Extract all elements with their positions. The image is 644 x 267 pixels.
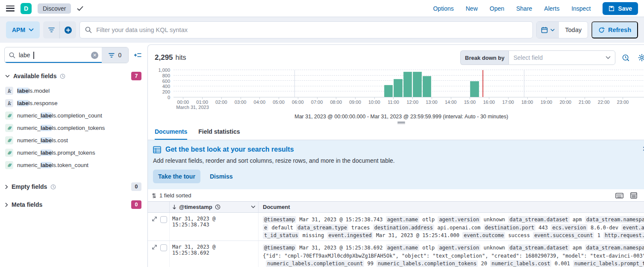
date-range-label[interactable]: Today <box>559 26 588 33</box>
available-fields-header[interactable]: Available fields 7 <box>4 72 143 80</box>
date-picker: Today <box>536 21 588 38</box>
y-tick-label: 800 <box>162 73 170 78</box>
save-button[interactable]: Save <box>603 2 638 15</box>
search-icon <box>85 26 92 33</box>
row-checkbox[interactable] <box>160 244 167 251</box>
clear-search-icon[interactable]: ✕ <box>91 52 98 59</box>
data-view-picker[interactable]: APM <box>6 21 40 38</box>
timestamp-cell: Mar 31, 2023 @ 15:25:38.692 <box>169 241 258 267</box>
table-icon <box>153 146 161 153</box>
menu-icon[interactable] <box>6 6 15 12</box>
histogram-bar[interactable] <box>413 72 421 97</box>
y-axis: 1,0008006004002000 <box>155 70 172 97</box>
nav-link-alerts[interactable]: Alerts <box>544 5 559 12</box>
refresh-button[interactable]: Refresh <box>591 21 638 38</box>
field-item[interactable]: #numeric_labels.token_count <box>4 159 143 171</box>
keyboard-icon[interactable] <box>615 193 623 199</box>
dismiss-button[interactable]: Dismiss <box>210 173 233 180</box>
nav-link-open[interactable]: Open <box>490 5 504 12</box>
date-quick-select[interactable] <box>537 22 559 38</box>
field-name: labels.model <box>17 88 50 94</box>
field-item[interactable]: #numeric_labels.cost <box>4 134 143 147</box>
field-item[interactable]: klabels.response <box>4 97 143 109</box>
number-field-icon: # <box>5 111 13 120</box>
add-filter-button[interactable] <box>60 21 76 38</box>
refresh-icon <box>598 27 605 33</box>
hits-count: 2,295 <box>155 53 173 62</box>
number-field-icon: # <box>5 149 13 157</box>
histogram-bar[interactable] <box>394 79 402 97</box>
row-checkbox[interactable] <box>160 216 167 223</box>
number-field-icon: # <box>5 136 13 144</box>
meta-fields-header[interactable]: Meta fields 0 <box>4 200 143 209</box>
collapse-sidebar-icon[interactable] <box>132 50 143 61</box>
space-avatar[interactable]: D <box>21 3 32 14</box>
chart-options-icon[interactable] <box>620 52 632 64</box>
tour-callout: Get the best look at your search results… <box>148 140 644 189</box>
field-item[interactable]: #numeric_labels.completion_tokens <box>4 122 143 134</box>
breadcrumb[interactable]: Discover <box>38 3 71 14</box>
histogram-bar[interactable] <box>470 81 479 97</box>
field-item[interactable]: #numeric_labels.completion_count <box>4 109 143 122</box>
y-tick-label: 600 <box>162 79 170 84</box>
meta-fields-label: Meta fields <box>12 201 42 208</box>
chart-resize-handle[interactable] <box>397 122 405 124</box>
empty-fields-label: Empty fields <box>12 183 47 190</box>
x-tick-label: 12:00 <box>406 100 418 105</box>
callout-body: Add relevant fields, reorder and sort co… <box>153 157 644 164</box>
histogram-bar[interactable] <box>403 72 412 97</box>
take-tour-button[interactable]: Take the tour <box>153 170 200 183</box>
y-tick-label: 200 <box>162 89 170 94</box>
field-search-value: labe <box>19 52 30 59</box>
available-fields-list: klabels.modelklabels.response#numeric_la… <box>4 85 143 171</box>
x-tick-label: 18:00 <box>521 100 533 105</box>
sort-fields-icon[interactable] <box>152 193 156 199</box>
breakdown-label: Break down by <box>460 50 509 65</box>
nav-link-share[interactable]: Share <box>516 5 532 12</box>
filter-icon[interactable] <box>43 21 59 38</box>
chevron-down-icon <box>29 28 34 32</box>
kql-placeholder: Filter your data using KQL syntax <box>96 26 188 33</box>
y-tick-label: 1,000 <box>158 67 170 73</box>
nav-link-inspect[interactable]: Inspect <box>571 5 591 12</box>
table-row: Mar 31, 2023 @ 15:25:38.743@timestamp Ma… <box>148 213 644 241</box>
sorted-fields-label[interactable]: 1 field sorted <box>159 192 191 199</box>
field-filter-button[interactable]: 0 <box>102 47 128 63</box>
empty-fields-count-badge: 0 <box>131 182 141 191</box>
nav-link-new[interactable]: New <box>466 5 478 12</box>
meta-fields-count-badge: 0 <box>131 200 141 209</box>
save-icon <box>609 6 615 12</box>
breakdown-select[interactable]: Select field <box>509 50 615 65</box>
histogram-bar[interactable] <box>384 85 393 97</box>
document-cell: @timestamp Mar 31, 2023 @ 15:25:38.743 a… <box>258 213 644 241</box>
clock-icon <box>60 73 65 79</box>
header-nav: OptionsNewOpenShareAlertsInspect <box>433 5 591 12</box>
field-item[interactable]: klabels.model <box>4 85 143 97</box>
field-search-group: labe ✕ 0 <box>4 47 129 63</box>
field-search-input[interactable]: labe ✕ <box>5 47 102 63</box>
timestamp-column-header[interactable]: @timestamp <box>169 202 258 212</box>
x-tick-label: 17:00 <box>502 100 514 105</box>
nav-link-options[interactable]: Options <box>433 5 453 12</box>
tab-documents[interactable]: Documents <box>155 125 187 140</box>
tab-field-statistics[interactable]: Field statistics <box>198 125 240 140</box>
histogram-bar[interactable] <box>423 76 431 97</box>
empty-fields-header[interactable]: Empty fields 0 <box>4 182 143 191</box>
y-tick-label: 0 <box>168 95 170 100</box>
field-item[interactable]: #numeric_labels.prompt_tokens <box>4 147 143 159</box>
document-column-header[interactable]: Document <box>258 202 644 212</box>
x-tick-label: 11:00 <box>388 100 399 105</box>
text-caret <box>33 52 34 59</box>
available-fields-label: Available fields <box>13 73 56 79</box>
search-icon <box>9 52 15 59</box>
close-icon[interactable]: ✕ <box>641 145 644 153</box>
row-height-icon[interactable] <box>630 192 637 199</box>
expand-document-icon[interactable] <box>152 244 157 250</box>
histogram-chart[interactable]: 1,0008006004002000 00:0001:0002:0003:000… <box>155 70 644 110</box>
keyword-field-icon: k <box>5 87 13 95</box>
gear-icon[interactable] <box>636 52 644 64</box>
filter-controls <box>43 21 76 38</box>
kql-search-input[interactable]: Filter your data using KQL syntax <box>79 21 533 38</box>
number-field-icon: # <box>5 124 13 132</box>
expand-document-icon[interactable] <box>152 216 157 222</box>
